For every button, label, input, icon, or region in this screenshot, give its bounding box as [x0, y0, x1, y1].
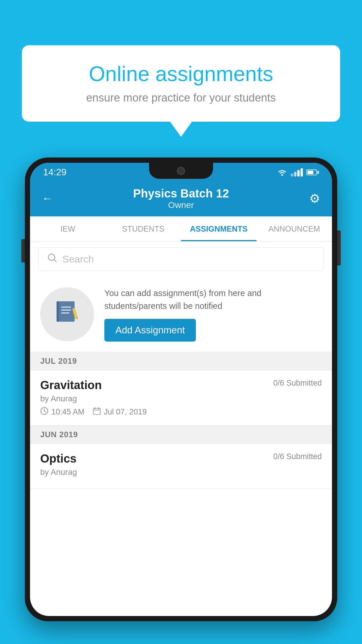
- header-subtitle: Owner: [133, 200, 229, 210]
- assignment-top-optics: Optics 0/6 Submitted: [40, 452, 322, 465]
- assignment-item-optics[interactable]: Optics 0/6 Submitted by Anurag: [30, 444, 332, 489]
- side-button-left: [21, 239, 25, 262]
- app-header: ← Physics Batch 12 Owner ⚙: [30, 182, 332, 216]
- status-time: 14:29: [43, 167, 66, 178]
- info-description: You can add assignment(s) from here and …: [104, 287, 322, 312]
- tabs-bar: IEW STUDENTS ASSIGNMENTS ANNOUNCEM: [30, 216, 332, 242]
- svg-rect-6: [61, 309, 71, 311]
- svg-rect-3: [58, 301, 75, 322]
- phone-screen: 14:29: [30, 163, 332, 616]
- meta-date-value: Jul 07, 2019: [104, 407, 147, 416]
- search-container: Search: [30, 242, 332, 277]
- signal-icon: [291, 168, 303, 176]
- meta-time: 10:45 AM: [40, 407, 85, 417]
- header-center: Physics Batch 12 Owner: [133, 187, 229, 210]
- speech-bubble-container: Online assignments ensure more practice …: [22, 45, 340, 122]
- assignment-submitted-optics: 0/6 Submitted: [273, 452, 322, 461]
- tab-students[interactable]: STUDENTS: [106, 216, 181, 241]
- svg-point-0: [281, 174, 283, 176]
- phone-notch: [149, 163, 213, 179]
- calendar-icon: [93, 407, 101, 417]
- speech-bubble: Online assignments ensure more practice …: [22, 45, 340, 122]
- meta-date: Jul 07, 2019: [93, 407, 147, 417]
- bubble-subtitle: ensure more practice for your students: [39, 92, 323, 104]
- phone-outer: 14:29: [25, 158, 337, 621]
- side-button-right: [337, 230, 341, 265]
- svg-rect-13: [93, 408, 100, 414]
- phone-mockup: 14:29: [25, 158, 337, 644]
- tab-iew[interactable]: IEW: [30, 216, 106, 241]
- assignment-name: Gravitation: [40, 379, 102, 392]
- assignment-name-optics: Optics: [40, 452, 76, 465]
- assignment-item-gravitation[interactable]: Gravitation 0/6 Submitted by Anurag: [30, 370, 332, 426]
- assignment-by-optics: by Anurag: [40, 468, 322, 477]
- add-assignment-button[interactable]: Add Assignment: [104, 319, 196, 342]
- clock-icon: [40, 407, 48, 417]
- svg-rect-7: [61, 312, 69, 314]
- wifi-icon: [277, 168, 287, 176]
- search-icon: [47, 253, 57, 265]
- assignment-top: Gravitation 0/6 Submitted: [40, 379, 322, 392]
- assignment-meta: 10:45 AM Jul 07, 2019: [40, 407, 322, 417]
- bubble-title: Online assignments: [39, 61, 323, 86]
- tab-announcements[interactable]: ANNOUNCEM: [256, 216, 332, 241]
- svg-rect-4: [57, 301, 59, 322]
- svg-line-12: [44, 411, 46, 412]
- battery-icon: [306, 169, 319, 175]
- svg-line-2: [54, 260, 56, 262]
- assignment-by: by Anurag: [40, 394, 322, 403]
- meta-time-value: 10:45 AM: [51, 407, 85, 416]
- gear-icon[interactable]: ⚙: [303, 191, 320, 206]
- notebook-icon: [54, 298, 80, 330]
- info-card: You can add assignment(s) from here and …: [30, 277, 332, 352]
- tab-assignments[interactable]: ASSIGNMENTS: [181, 216, 256, 241]
- svg-rect-5: [61, 307, 71, 308]
- front-camera: [177, 167, 185, 175]
- section-header-jul: JUL 2019: [30, 352, 332, 370]
- back-button[interactable]: ←: [42, 192, 59, 205]
- info-content: You can add assignment(s) from here and …: [104, 287, 322, 342]
- search-placeholder: Search: [62, 253, 94, 265]
- assignment-icon-circle: [40, 287, 94, 341]
- status-icons: [277, 168, 319, 176]
- search-bar[interactable]: Search: [38, 247, 324, 271]
- assignment-submitted: 0/6 Submitted: [273, 379, 322, 388]
- header-title: Physics Batch 12: [133, 187, 229, 200]
- section-header-jun: JUN 2019: [30, 426, 332, 444]
